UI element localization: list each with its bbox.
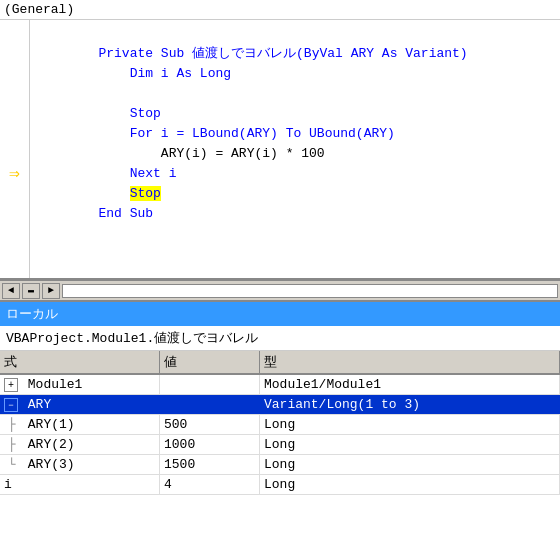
td-value [160,395,260,414]
td-type: Long [260,475,560,494]
gutter-row-5 [0,104,30,124]
tree-line-icon: ├ [4,417,20,432]
scroll-right-icon: ► [48,285,54,296]
tree-line-icon: └ [4,457,20,472]
gutter-row-9 [0,184,30,204]
code-text-6: ARY(i) = ARY(i) * 100 [98,146,324,161]
code-text-1: Private Sub 値渡しでヨバレル(ByVal ARY As Varian… [98,46,467,61]
locals-path-text: VBAProject.Module1.値渡しでヨバレル [6,331,258,346]
td-expr: ├ ARY(2) [0,435,160,454]
td-expr: － ARY [0,395,160,414]
expand-ary-icon[interactable]: － [4,398,18,412]
td-type: Module1/Module1 [260,375,560,394]
col-header-value: 値 [160,351,260,373]
gutter-row-3 [0,64,30,84]
scroll-left-icon: ◄ [8,285,14,296]
td-type: Long [260,415,560,434]
code-header: (General) [0,0,560,20]
td-type: Long [260,455,560,474]
code-line-1: Private Sub 値渡しでヨバレル(ByVal ARY As Varian… [36,24,554,44]
col-header-type: 型 [260,351,560,373]
table-row[interactable]: i 4 Long [0,475,560,495]
code-text-5: For i = LBound(ARY) To UBound(ARY) [98,126,394,141]
td-value: 1000 [160,435,260,454]
code-editor: (General) ⇒ Private Sub 値渡しでヨバレル(ByVal A… [0,0,560,280]
td-expr: + Module1 [0,375,160,394]
code-line-4: Stop [36,84,554,104]
col-header-expr: 式 [0,351,160,373]
code-lines: Private Sub 値渡しでヨバレル(ByVal ARY As Varian… [30,20,560,278]
row-name: ARY(1) [28,417,75,432]
scroll-left-btn[interactable]: ◄ [2,283,20,299]
td-type: Variant/Long(1 to 3) [260,395,560,414]
td-expr: ├ ARY(1) [0,415,160,434]
tree-line-icon: ├ [4,437,20,452]
gutter-row-1 [0,24,30,44]
highlighted-stop: Stop [130,186,161,201]
gutter-row-2 [0,44,30,64]
expand-module1-icon[interactable]: + [4,378,18,392]
locals-header: ローカル [0,302,560,326]
td-type: Long [260,435,560,454]
row-name: ARY(3) [28,457,75,472]
line-gutter: ⇒ [0,20,30,278]
locals-path: VBAProject.Module1.値渡しでヨバレル [0,326,560,351]
gutter-row-6 [0,124,30,144]
code-text-4: Stop [98,106,160,121]
td-value: 500 [160,415,260,434]
locals-panel: ローカル VBAProject.Module1.値渡しでヨバレル 式 値 型 +… [0,302,560,495]
row-name: i [4,477,12,492]
gutter-row-7 [0,144,30,164]
table-header: 式 値 型 [0,351,560,375]
scroll-right-btn[interactable]: ► [42,283,60,299]
table-row[interactable]: + Module1 Module1/Module1 [0,375,560,395]
code-body: ⇒ Private Sub 値渡しでヨバレル(ByVal ARY As Vari… [0,20,560,278]
scroll-track[interactable] [62,284,558,298]
table-row[interactable]: └ ARY(3) 1500 Long [0,455,560,475]
td-expr: └ ARY(3) [0,455,160,474]
row-name: Module1 [28,377,83,392]
code-text-9: End Sub [98,206,153,221]
gutter-row-8: ⇒ [0,164,30,184]
td-value [160,375,260,394]
code-text-7: Next i [98,166,176,181]
code-text-2: Dim i As Long [98,66,231,81]
row-name: ARY(2) [28,437,75,452]
td-value: 4 [160,475,260,494]
execution-arrow-icon: ⇒ [9,165,20,183]
scroll-center-btn[interactable]: ▬ [22,283,40,299]
locals-label: ローカル [6,307,58,322]
table-row[interactable]: － ARY Variant/Long(1 to 3) [0,395,560,415]
td-value: 1500 [160,455,260,474]
table-row[interactable]: ├ ARY(1) 500 Long [0,415,560,435]
gutter-row-4 [0,84,30,104]
scrollbar-area: ◄ ▬ ► [0,280,560,302]
td-expr: i [0,475,160,494]
table-row[interactable]: ├ ARY(2) 1000 Long [0,435,560,455]
row-name: ARY [28,397,51,412]
table-body: + Module1 Module1/Module1 － ARY Variant/… [0,375,560,495]
locals-table: 式 値 型 + Module1 Module1/Module1 － ARY [0,351,560,495]
module-label: (General) [4,2,74,17]
code-text-8: Stop [98,186,160,201]
scroll-center-icon: ▬ [28,285,34,296]
